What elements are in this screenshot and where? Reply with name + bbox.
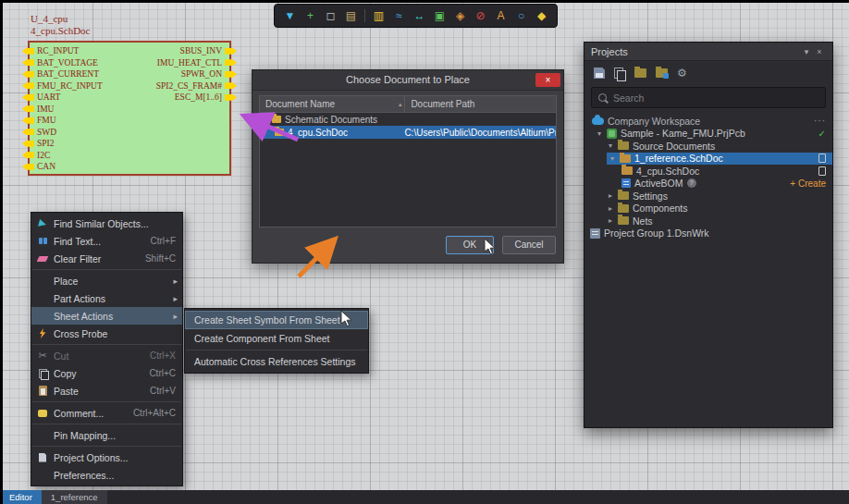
ellipse-icon[interactable]: ○	[512, 6, 530, 26]
submenu-item-create-component[interactable]: Create Component From Sheet	[185, 329, 368, 348]
ok-button[interactable]: OK	[446, 236, 494, 254]
sheet-entry[interactable]: UART	[22, 92, 103, 104]
document-icon	[620, 154, 631, 163]
document-icon	[275, 129, 284, 136]
tree-item-activebom[interactable]: ActiveBOM ? + Create	[584, 178, 832, 191]
menu-item-paste[interactable]: Paste Ctrl+V	[31, 382, 182, 400]
sheet-entry-arrow-icon	[22, 105, 34, 112]
close-button[interactable]: ×	[535, 73, 560, 87]
submenu-item-automatic-cross-references[interactable]: Automatic Cross References Settings	[185, 352, 368, 371]
sheet-entry[interactable]: I2C	[22, 150, 103, 162]
menu-item-clear-filter[interactable]: Clear Filter Shift+C	[31, 250, 182, 267]
sheet-entry[interactable]: SPI2_CS_FRAM#	[156, 80, 237, 92]
sheet-entry[interactable]: BAT_CURRENT	[22, 68, 103, 80]
wire-icon[interactable]: +	[301, 6, 319, 26]
sheet-entry[interactable]: IMU	[22, 104, 103, 116]
menu-item-sheet-actions[interactable]: Sheet Actions ▸	[31, 307, 182, 325]
search-icon	[598, 93, 607, 102]
sheet-entry-arrow-icon	[22, 94, 34, 101]
table-row[interactable]: 4_cpu.SchDoc C:\Users\Public\Documents\A…	[260, 126, 556, 139]
menu-item-find-text[interactable]: Find Text... Ctrl+F	[31, 232, 182, 250]
sheet-entry[interactable]: FMU_RC_INPUT	[22, 80, 103, 92]
check-icon: ✓	[818, 129, 826, 139]
tree-item-company-workspace[interactable]: Company Workspace ···	[584, 115, 832, 128]
sheet-entry-label: CAN	[37, 162, 55, 171]
menu-item-shortcut: Ctrl+F	[151, 236, 177, 246]
menu-item-pin-mapping[interactable]: Pin Mapping...	[31, 426, 182, 444]
panel-close-icon[interactable]: ×	[813, 47, 826, 56]
tree-item-project-group[interactable]: Project Group 1.DsnWrk	[584, 227, 832, 240]
more-options-icon[interactable]: ···	[814, 116, 826, 126]
table-group-row[interactable]: ▾ Schematic Documents	[260, 113, 556, 126]
folder-icon	[272, 116, 281, 123]
tree-item-components[interactable]: ▸ Components	[584, 203, 832, 215]
menu-item-comment[interactable]: Comment... Ctrl+Alt+C	[31, 404, 182, 422]
search-input[interactable]: Search	[591, 87, 826, 108]
tree-item-source-documents[interactable]: ▾ Source Documents	[584, 140, 832, 153]
tree-item-settings[interactable]: ▸ Settings	[584, 190, 832, 203]
submenu-item-create-sheet-symbol[interactable]: Create Sheet Symbol From Sheet	[185, 311, 368, 329]
panel-menu-icon[interactable]: ▾	[800, 47, 813, 56]
book-icon[interactable]: ▥	[370, 6, 388, 26]
expander-icon[interactable]: ▾	[265, 116, 268, 124]
sheet-entry[interactable]: ESC_M[1..6]	[156, 92, 237, 104]
sheet-entry-arrow-icon	[22, 164, 34, 170]
dialog-titlebar[interactable]: Choose Document to Place ×	[252, 70, 563, 91]
sheet-entry[interactable]: FMU	[22, 115, 103, 127]
expander-icon[interactable]: ▸	[607, 216, 614, 225]
polygon-icon[interactable]: ◆	[533, 6, 550, 26]
measure-icon[interactable]: ↔	[411, 6, 428, 26]
document-tab-1-reference[interactable]: 1_reference	[42, 490, 107, 504]
menu-item-place[interactable]: Place ▸	[31, 272, 182, 289]
sheet-entry[interactable]: SBUS_INV	[156, 45, 237, 57]
editor-tab[interactable]: Editor	[0, 490, 42, 504]
create-link[interactable]: + Create	[790, 178, 826, 189]
tree-item-sample-project[interactable]: ▾ Sample - Kame_FMU.PrjPcb ✓	[584, 128, 832, 141]
sheet-entry[interactable]: CAN	[22, 161, 103, 173]
sheet-entry[interactable]: SPWR_ON	[156, 68, 237, 80]
gear-icon[interactable]: ⚙	[677, 68, 687, 80]
no-erc-icon[interactable]: ⊘	[472, 6, 489, 26]
save-icon[interactable]	[594, 68, 605, 79]
sheet-entry[interactable]: BAT_VOLTAGE	[22, 57, 103, 69]
expander-icon[interactable]: ▾	[596, 129, 603, 138]
menu-separator	[32, 344, 181, 345]
filter-icon[interactable]: ▼	[281, 6, 299, 26]
selection-region-icon[interactable]: ◻	[322, 6, 339, 26]
cut-icon: ✂	[31, 350, 54, 361]
tree-item-4-cpu-schdoc[interactable]: 4_cpu.SchDoc	[584, 165, 832, 178]
menu-item-label: Comment...	[54, 408, 133, 419]
tree-item-label: Settings	[633, 191, 668, 202]
tag-icon[interactable]: ◈	[451, 6, 469, 26]
expander-icon[interactable]: ▾	[609, 154, 616, 163]
expander-icon[interactable]: ▸	[607, 204, 614, 213]
tree-item-nets[interactable]: ▸ Nets	[584, 215, 832, 227]
sheet-symbol[interactable]: RC_INPUT BAT_VOLTAGE BAT_CURRENT FMU_RC_…	[28, 41, 231, 176]
menu-item-find-similar-objects[interactable]: Find Similar Objects...	[31, 215, 182, 232]
menu-item-part-actions[interactable]: Part Actions ▸	[31, 289, 182, 307]
folder-icon	[618, 204, 629, 213]
column-header-document-path[interactable]: Document Path	[405, 96, 556, 112]
open-project-icon[interactable]	[656, 68, 668, 78]
menu-item-label: Find Text...	[54, 236, 151, 247]
expander-icon[interactable]: ▾	[607, 141, 614, 150]
dialog-buttons: OK Cancel	[446, 236, 556, 254]
sheet-entry[interactable]: SPI2	[22, 138, 103, 150]
column-header-document-name[interactable]: Document Name ▴	[260, 96, 405, 112]
menu-item-preferences[interactable]: Preferences...	[31, 466, 182, 484]
text-string-icon[interactable]: A	[492, 6, 510, 26]
sheet-entry[interactable]: IMU_HEAT_CTL	[156, 57, 237, 69]
menu-item-project-options[interactable]: Project Options...	[31, 449, 182, 466]
new-sheet-icon[interactable]: ▣	[431, 6, 449, 26]
open-folder-icon[interactable]	[634, 68, 646, 78]
expander-icon[interactable]: ▸	[607, 191, 614, 200]
sheet-entry[interactable]: SWD	[22, 127, 103, 139]
menu-item-copy[interactable]: Copy Ctrl+C	[31, 364, 182, 382]
documents-icon[interactable]	[614, 68, 623, 79]
sheet-symbol-icon[interactable]: ▤	[342, 6, 360, 26]
sheet-entry[interactable]: RC_INPUT	[22, 45, 103, 57]
cancel-button[interactable]: Cancel	[502, 236, 556, 254]
tree-item-1-reference-schdoc[interactable]: ▾ 1_reference.SchDoc	[584, 153, 832, 166]
menu-item-cross-probe[interactable]: Cross Probe	[31, 325, 182, 342]
signal-harness-icon[interactable]: ≈	[390, 6, 408, 26]
